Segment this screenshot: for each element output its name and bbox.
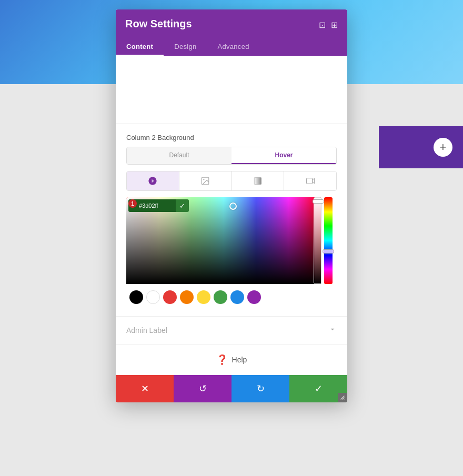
row-settings-modal: Row Settings ⊡ ⊞ Content Design Advanced… [116, 9, 347, 402]
swatch-purple[interactable] [247, 290, 261, 304]
color-icon [148, 176, 157, 186]
hue-thumb[interactable] [323, 249, 334, 254]
modal-tabs: Content Design Advanced [116, 37, 347, 56]
color-input-area: 1 ✓ [128, 199, 189, 212]
add-button[interactable]: + [434, 138, 452, 157]
swatch-white[interactable] [146, 290, 160, 304]
default-hover-tabs: Default Hover [126, 147, 337, 165]
hex-confirm-button[interactable]: ✓ [176, 199, 189, 212]
admin-label-text: Admin Label [126, 326, 167, 335]
resize-handle[interactable] [338, 393, 347, 402]
default-tab[interactable]: Default [127, 147, 232, 164]
icon-type-tabs [126, 171, 337, 191]
tab-design[interactable]: Design [164, 37, 207, 56]
admin-label-section[interactable]: Admin Label [116, 316, 347, 344]
hover-tab[interactable]: Hover [232, 147, 336, 164]
swatch-yellow[interactable] [197, 290, 210, 304]
chevron-down-icon [328, 325, 337, 336]
cancel-button[interactable]: ✕ [116, 375, 174, 402]
help-text[interactable]: Help [232, 356, 247, 364]
right-sidebar-bar: + [379, 126, 463, 168]
swatch-black[interactable] [129, 290, 143, 304]
video-type-tab[interactable] [284, 171, 336, 190]
help-section: ❓ Help [116, 344, 347, 375]
content-spacer [116, 56, 347, 124]
modal-title: Row Settings [125, 18, 192, 37]
tab-advanced[interactable]: Advanced [207, 37, 259, 56]
redo-button[interactable]: ↻ [232, 375, 289, 402]
alpha-slider[interactable] [314, 197, 322, 284]
modal-body: Column 2 Background Default Hover [116, 56, 347, 375]
swatch-blue[interactable] [230, 290, 244, 304]
color-swatches [126, 287, 337, 308]
svg-point-2 [203, 179, 204, 180]
column-bg-label: Column 2 Background [116, 124, 347, 147]
video-icon [306, 176, 315, 186]
hue-slider[interactable] [324, 197, 333, 284]
gradient-icon [253, 176, 263, 186]
color-picker[interactable]: 1 ✓ [126, 197, 337, 308]
image-type-tab[interactable] [179, 171, 232, 190]
reset-button[interactable]: ↺ [174, 375, 232, 402]
modal-header: Row Settings ⊡ ⊞ [116, 9, 347, 37]
color-picker-cursor[interactable] [229, 202, 237, 210]
focus-icon[interactable]: ⊡ [319, 20, 326, 30]
swatch-orange[interactable] [180, 290, 194, 304]
grid-icon[interactable]: ⊞ [331, 20, 338, 30]
resize-icon [340, 395, 345, 400]
color-type-tab[interactable] [127, 171, 179, 190]
modal-header-icons: ⊡ ⊞ [319, 18, 338, 30]
alpha-thumb[interactable] [313, 199, 324, 204]
color-badge: 1 [128, 199, 137, 208]
help-icon: ❓ [216, 354, 228, 366]
swatch-red[interactable] [163, 290, 177, 304]
swatch-green[interactable] [214, 290, 227, 304]
image-icon [200, 176, 210, 186]
modal-footer: ✕ ↺ ↻ ✓ [116, 375, 347, 402]
svg-rect-4 [306, 178, 312, 184]
tab-content[interactable]: Content [116, 37, 164, 56]
svg-rect-3 [254, 177, 261, 185]
gradient-type-tab[interactable] [232, 171, 285, 190]
